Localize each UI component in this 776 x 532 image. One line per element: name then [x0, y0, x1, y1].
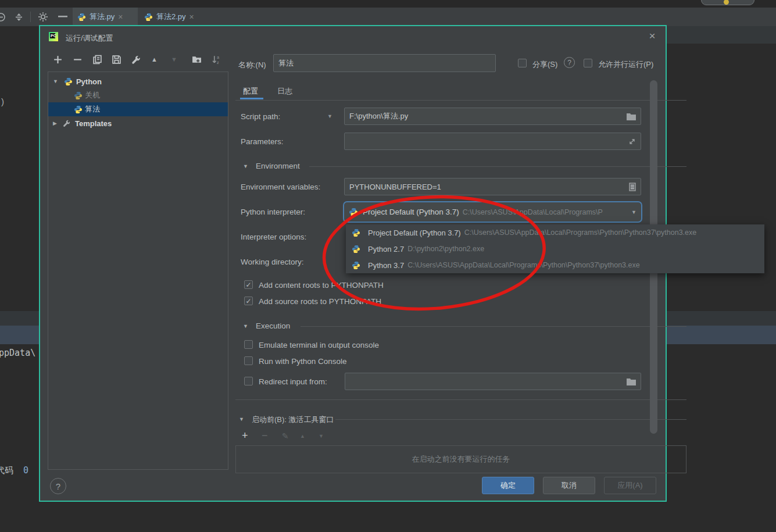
cancel-button[interactable]: 取消: [543, 477, 595, 494]
check-icon: ✓: [245, 281, 251, 289]
toolbar-separator: [30, 12, 31, 22]
tree-item-label: 算法: [85, 104, 100, 115]
emulate-terminal-checkbox[interactable]: [244, 340, 253, 349]
name-input[interactable]: 算法: [273, 54, 496, 72]
tab-close-icon[interactable]: ×: [189, 12, 194, 22]
env-variables-input[interactable]: PYTHONUNBUFFERED=1: [344, 178, 641, 195]
run-widget-icon: [724, 0, 729, 5]
hide-window-icon[interactable]: [0, 12, 6, 22]
tree-item-guanji[interactable]: 关机: [48, 88, 228, 102]
redirect-input-checkbox[interactable]: [244, 377, 253, 385]
help-glyph: ?: [567, 59, 571, 67]
name-input-value: 算法: [278, 58, 294, 69]
python-console-checkbox[interactable]: [244, 356, 253, 365]
split-view-icon[interactable]: [14, 12, 24, 22]
dropdown-item-path: C:\Users\ASUS\AppData\Local\Programs\Pyt…: [407, 261, 640, 269]
move-up-icon[interactable]: ▲: [151, 56, 158, 63]
python-interpreter-label[interactable]: Python interpreter:: [241, 208, 305, 216]
tab-close-icon[interactable]: ×: [118, 12, 123, 22]
edit-templates-icon[interactable]: [131, 55, 141, 65]
tree-item-python-group[interactable]: ▼ Python: [48, 74, 228, 88]
ok-button[interactable]: 确定: [482, 477, 534, 494]
execution-section-label[interactable]: Execution: [256, 322, 290, 330]
new-folder-icon[interactable]: [192, 55, 202, 65]
svg-text:z: z: [217, 60, 219, 65]
dialog-title: 运行/调试配置: [66, 33, 113, 44]
editor-tab-active[interactable]: 算法.py ×: [73, 8, 138, 26]
wrench-icon: [63, 119, 71, 127]
emulate-terminal-label: Emulate terminal in output console: [259, 341, 379, 349]
env-variables-browse-icon[interactable]: [629, 183, 636, 191]
exit-code-value: 0: [23, 465, 28, 476]
redirect-input-field[interactable]: [345, 373, 641, 390]
working-directory-label[interactable]: Working directory:: [241, 258, 304, 266]
copy-config-icon[interactable]: [92, 55, 102, 65]
help-context-icon[interactable]: ?: [564, 57, 575, 68]
share-label: 分享(S): [532, 59, 557, 70]
tab-logs[interactable]: 日志: [277, 86, 292, 97]
editor-tab-label: 算法2.py: [156, 12, 186, 22]
dropdown-item[interactable]: Python 3.7 C:\Users\ASUS\AppData\Local\P…: [346, 257, 764, 273]
python-interpreter-combobox[interactable]: Project Default (Python 3.7) C:\Users\AS…: [343, 201, 642, 223]
dropdown-item[interactable]: Project Default (Python 3.7) C:\Users\AS…: [346, 224, 764, 241]
execution-section-toggle[interactable]: ▼: [243, 323, 248, 329]
dropdown-item[interactable]: Python 2.7 D:\python2\python2.exe: [346, 241, 764, 257]
script-path-value: F:\python\算法.py: [349, 111, 408, 122]
tree-expanded-icon[interactable]: ▼: [53, 78, 58, 84]
tree-collapsed-icon[interactable]: ▶: [53, 120, 57, 126]
parameters-input[interactable]: [344, 133, 641, 150]
parallel-run-label: 允许并行运行(P): [598, 59, 653, 70]
dialog-help-button[interactable]: ?: [50, 478, 66, 494]
editor-tab-bar: 算法.py × 算法2.py ×: [0, 8, 776, 26]
tabs-separator: [235, 100, 686, 101]
tab-configuration-underline: [240, 98, 263, 99]
environment-section-label[interactable]: Environment: [256, 162, 300, 170]
config-tree-panel: ▼ Python 关机 算法 ▶ Templates: [48, 72, 228, 470]
env-variables-label[interactable]: Environment variables:: [241, 183, 320, 191]
python-icon: [352, 245, 360, 253]
python-icon: [64, 77, 73, 86]
before-launch-toggle[interactable]: ▼: [239, 416, 244, 422]
tree-item-label: Templates: [75, 119, 112, 128]
run-widget-button[interactable]: [701, 0, 754, 5]
share-checkbox[interactable]: [518, 59, 527, 67]
add-config-icon[interactable]: [53, 55, 63, 65]
tree-item-templates[interactable]: ▶ Templates: [48, 116, 228, 130]
apply-button: 应用(A): [604, 477, 656, 494]
script-path-input[interactable]: F:\python\算法.py: [344, 108, 641, 125]
source-roots-checkbox[interactable]: ✓: [244, 297, 253, 305]
editor-tab-inactive[interactable]: 算法2.py ×: [140, 8, 205, 26]
editor-tab-label: 算法.py: [90, 12, 115, 22]
parallel-run-checkbox[interactable]: [584, 59, 592, 67]
minimize-icon[interactable]: [58, 16, 67, 18]
tab-configuration[interactable]: 配置: [243, 86, 258, 97]
panel-separator: [235, 399, 686, 400]
interpreter-options-label[interactable]: Interpreter options:: [241, 233, 306, 241]
parameters-label[interactable]: Parameters:: [241, 137, 284, 146]
task-up-icon: ▲: [300, 433, 305, 439]
browse-folder-icon[interactable]: [627, 378, 636, 385]
dropdown-item-name: Project Default (Python 3.7): [368, 228, 461, 237]
close-icon: ×: [649, 30, 655, 42]
before-launch-label[interactable]: 启动前(B): 激活工具窗口: [252, 415, 334, 425]
environment-section-toggle[interactable]: ▼: [243, 163, 248, 169]
add-task-icon[interactable]: +: [242, 430, 248, 442]
remove-config-icon[interactable]: [73, 55, 83, 65]
python-file-icon: [144, 13, 153, 22]
script-path-label[interactable]: Script path:: [241, 112, 280, 121]
python-console-label: Run with Python Console: [259, 357, 347, 366]
pycharm-logo: PC: [49, 32, 58, 41]
content-roots-checkbox[interactable]: ✓: [244, 280, 253, 289]
environment-section-line: [309, 166, 686, 167]
dialog-close-button[interactable]: ×: [643, 27, 661, 45]
remove-task-icon: −: [262, 430, 268, 442]
browse-folder-icon[interactable]: [627, 113, 636, 120]
expand-field-icon[interactable]: [628, 138, 636, 145]
sort-alphabetically-icon[interactable]: az: [212, 55, 221, 65]
combo-dropdown-arrow[interactable]: ▼: [631, 209, 636, 215]
python-icon: [74, 91, 83, 100]
save-config-icon[interactable]: [112, 55, 121, 65]
script-path-mode-arrow[interactable]: ▼: [327, 113, 332, 119]
gear-icon[interactable]: [38, 12, 48, 22]
tree-item-suanfa-selected[interactable]: 算法: [48, 102, 228, 116]
